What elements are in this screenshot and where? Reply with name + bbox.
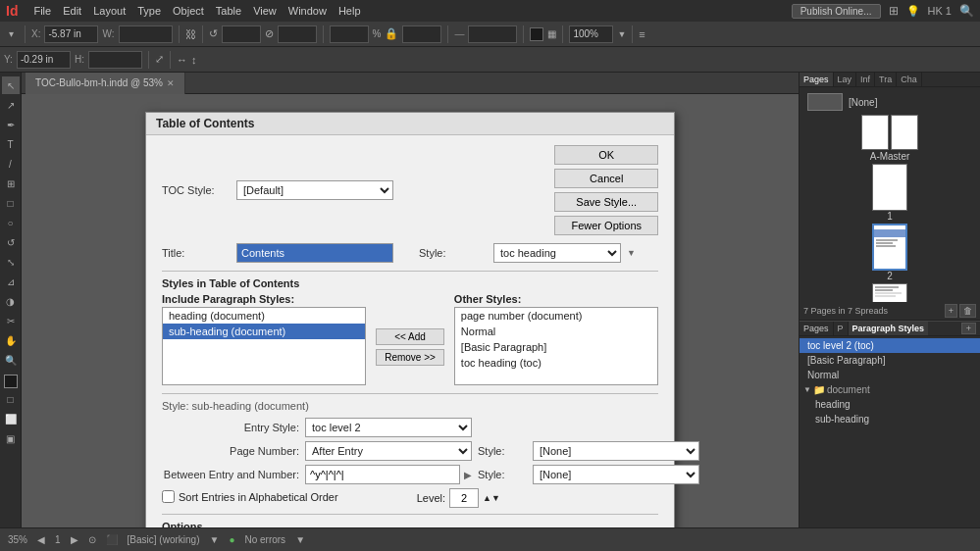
tool-shear[interactable]: ⊿: [2, 273, 20, 290]
other-style-basic[interactable]: [Basic Paragraph]: [455, 339, 657, 355]
sort-checkbox[interactable]: [162, 490, 175, 503]
style-dropdown[interactable]: ▼: [209, 534, 219, 545]
menu-edit[interactable]: Edit: [63, 5, 81, 17]
layers-tab[interactable]: Lay: [834, 73, 857, 86]
ok-button[interactable]: OK: [554, 145, 658, 165]
style-select-1[interactable]: [None]: [533, 441, 699, 461]
title-input[interactable]: [236, 243, 393, 263]
rotate-field[interactable]: [222, 25, 261, 43]
level-stepper[interactable]: ▲▼: [483, 493, 500, 503]
tool-line[interactable]: /: [2, 155, 20, 173]
tool-rect-frame[interactable]: ⊞: [2, 175, 20, 192]
cancel-button[interactable]: Cancel: [554, 169, 658, 188]
y-field[interactable]: [17, 51, 71, 69]
page-number-select[interactable]: After Entry: [305, 441, 472, 461]
tool-zoom[interactable]: 🔍: [2, 351, 20, 369]
ps-subheading[interactable]: sub-heading: [799, 412, 980, 426]
para-styles-tab-active[interactable]: Paragraph Styles: [849, 322, 929, 335]
x-field[interactable]: [44, 25, 98, 43]
w-field[interactable]: [119, 25, 173, 43]
toc-style-select[interactable]: [Default]: [236, 180, 393, 200]
new-page-btn[interactable]: +: [945, 304, 957, 318]
view-options-icon[interactable]: ≡: [639, 28, 645, 40]
other-style-normal[interactable]: Normal: [455, 324, 657, 339]
scale-y-field[interactable]: [402, 25, 441, 43]
remove-button[interactable]: Remove >>: [376, 349, 444, 366]
add-button[interactable]: << Add: [376, 328, 444, 345]
tool-rotate[interactable]: ↺: [2, 233, 20, 251]
delete-page-btn[interactable]: 🗑: [959, 304, 976, 318]
other-style-pagenumber[interactable]: page number (document): [455, 308, 657, 324]
page-2-thumb[interactable]: [872, 224, 907, 271]
menu-table[interactable]: Table: [216, 5, 241, 17]
ps-heading[interactable]: heading: [799, 397, 980, 412]
style-select-main[interactable]: toc heading: [493, 243, 621, 263]
include-style-subheading[interactable]: sub-heading (document): [163, 324, 365, 339]
tool-view-normal[interactable]: ⬜: [2, 410, 20, 427]
zoom-field[interactable]: [569, 25, 613, 43]
tool-selection[interactable]: ↖: [2, 76, 20, 94]
save-style-button[interactable]: Save Style...: [554, 192, 658, 212]
ps-basic-para[interactable]: [Basic Paragraph]: [799, 353, 980, 368]
ps-toc-level2[interactable]: toc level 2 (toc): [799, 338, 980, 353]
tool-pen[interactable]: ✒: [2, 116, 20, 133]
errors-dropdown[interactable]: ▼: [295, 534, 305, 545]
sep-6: [523, 25, 524, 43]
a-master-thumb-l[interactable]: [861, 115, 889, 150]
fewer-options-button[interactable]: Fewer Options: [554, 216, 658, 235]
para-styles-p-tab[interactable]: P: [834, 322, 849, 335]
between-entry-arrow[interactable]: ▶: [464, 470, 472, 480]
shear-field[interactable]: [278, 25, 317, 43]
tool-ellipse[interactable]: ○: [2, 214, 20, 231]
level-input[interactable]: [449, 488, 479, 508]
tool-direct-select[interactable]: ↗: [2, 96, 20, 114]
char-tab[interactable]: Cha: [897, 73, 922, 86]
other-styles-list[interactable]: page number (document) Normal [Basic Par…: [454, 307, 658, 385]
include-styles-list[interactable]: heading (document) sub-heading (document…: [162, 307, 366, 385]
entry-style-select[interactable]: toc level 2: [305, 418, 472, 437]
view-mode-icon[interactable]: ⬛: [106, 534, 118, 545]
ps-normal[interactable]: Normal: [799, 368, 980, 382]
tool-stroke[interactable]: □: [2, 390, 20, 408]
search-icon[interactable]: 🔍: [959, 4, 974, 18]
between-entry-input[interactable]: [305, 465, 460, 484]
style-select-2[interactable]: [None]: [533, 465, 699, 484]
a-master-thumb-r[interactable]: [891, 115, 918, 150]
menu-type[interactable]: Type: [137, 5, 161, 17]
page-3-thumb[interactable]: [872, 283, 907, 302]
tool-fill[interactable]: [4, 375, 18, 388]
menu-layout[interactable]: Layout: [93, 5, 126, 17]
menu-object[interactable]: Object: [173, 5, 204, 17]
include-style-heading[interactable]: heading (document): [163, 308, 365, 324]
ps-document-group[interactable]: ▼ 📁 document: [799, 382, 980, 397]
page-nav-icon[interactable]: ⊙: [88, 534, 96, 545]
tool-scale[interactable]: ⤡: [2, 253, 20, 271]
style-label-2: Style:: [478, 469, 527, 480]
stroke-field[interactable]: [468, 25, 517, 43]
new-para-style-btn[interactable]: +: [961, 323, 976, 334]
h-field[interactable]: [88, 51, 142, 69]
menu-help[interactable]: Help: [338, 5, 361, 17]
publish-button[interactable]: Publish Online...: [792, 4, 881, 19]
tool-rect[interactable]: □: [2, 194, 20, 212]
nav-prev-icon[interactable]: ◀: [37, 534, 45, 545]
tool-gradient[interactable]: ◑: [2, 292, 20, 310]
transform-tab[interactable]: Tra: [875, 73, 897, 86]
pages-tab[interactable]: Pages: [799, 73, 834, 86]
tool-view-preview[interactable]: ▣: [2, 429, 20, 447]
menu-view[interactable]: View: [253, 5, 277, 17]
a-master-thumbs: [861, 115, 918, 150]
menu-window[interactable]: Window: [288, 5, 327, 17]
tool-select[interactable]: ▾: [4, 26, 19, 41]
info-tab[interactable]: Inf: [856, 73, 875, 86]
nav-next-icon[interactable]: ▶: [71, 534, 78, 545]
zoom-dropdown-icon[interactable]: ▼: [617, 29, 626, 39]
other-style-tocheading[interactable]: toc heading (toc): [455, 355, 657, 371]
menu-file[interactable]: File: [33, 5, 51, 17]
tool-scissors[interactable]: ✂: [2, 312, 20, 329]
page-1-thumb[interactable]: [872, 164, 907, 211]
para-styles-pages-tab[interactable]: Pages: [799, 322, 834, 335]
scale-x-field[interactable]: [330, 25, 369, 43]
tool-hand[interactable]: ✋: [2, 331, 20, 349]
tool-type[interactable]: T: [2, 135, 20, 153]
